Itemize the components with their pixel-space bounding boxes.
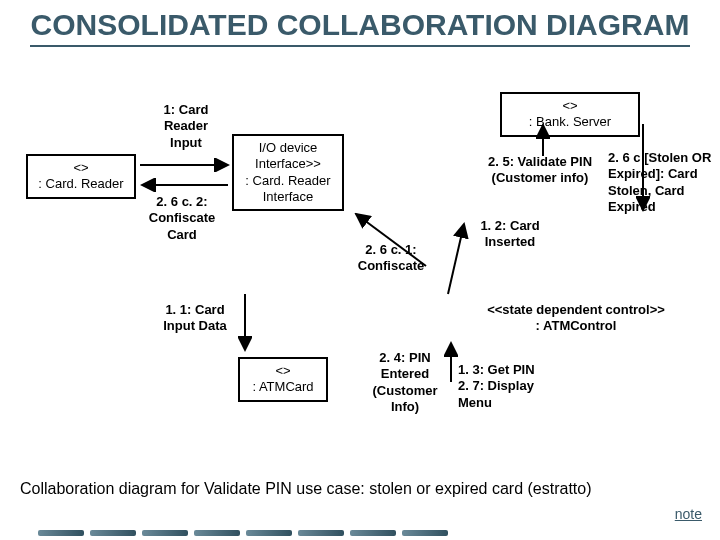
msg-13-27-get-pin-display: 1. 3: Get PIN2. 7: DisplayMenu <box>458 362 568 411</box>
title-divider <box>30 45 690 47</box>
node-atm-control: <<state dependent control>> : ATMControl <box>486 302 666 335</box>
arrow-11-card-input-down <box>238 292 252 354</box>
diagram-caption: Collaboration diagram for Validate PIN u… <box>20 480 592 498</box>
arrow-card-reader-to-interface <box>138 158 232 172</box>
node-atm-card: <>: ATMCard <box>238 357 328 402</box>
msg-25-validate-pin: 2. 5: Validate PIN(Customer info) <box>470 154 610 187</box>
msg-1-card-reader-input: 1: CardReaderInput <box>150 102 222 151</box>
note-link[interactable]: note <box>675 506 702 522</box>
msg-24-pin-entered: 2. 4: PINEntered(CustomerInfo) <box>360 350 450 415</box>
msg-26c-stolen-expired: 2. 6 c [Stolen ORExpired]: CardStolen, C… <box>608 150 720 215</box>
msg-11-card-input-data: 1. 1: CardInput Data <box>156 302 234 335</box>
msg-12-card-inserted: 1. 2: CardInserted <box>468 218 552 251</box>
svg-line-4 <box>448 224 464 294</box>
msg-26c1-confiscate: 2. 6 c. 1:Confiscate <box>346 242 436 275</box>
node-card-reader-external: <>: Card. Reader <box>26 154 136 199</box>
page-title: CONSOLIDATED COLLABORATION DIAGRAM <box>0 0 720 41</box>
arrow-interface-to-card-reader <box>138 178 232 192</box>
footer-ticks <box>38 530 448 536</box>
msg-26c2-confiscate-card: 2. 6 c. 2:ConfiscateCard <box>140 194 224 243</box>
node-bank-server: <>: Bank. Server <box>500 92 640 137</box>
diagram-stage: <>: Card. Reader I/O deviceInterface>>: … <box>0 92 720 472</box>
node-io-interface: I/O deviceInterface>>: Card. ReaderInter… <box>232 134 344 211</box>
